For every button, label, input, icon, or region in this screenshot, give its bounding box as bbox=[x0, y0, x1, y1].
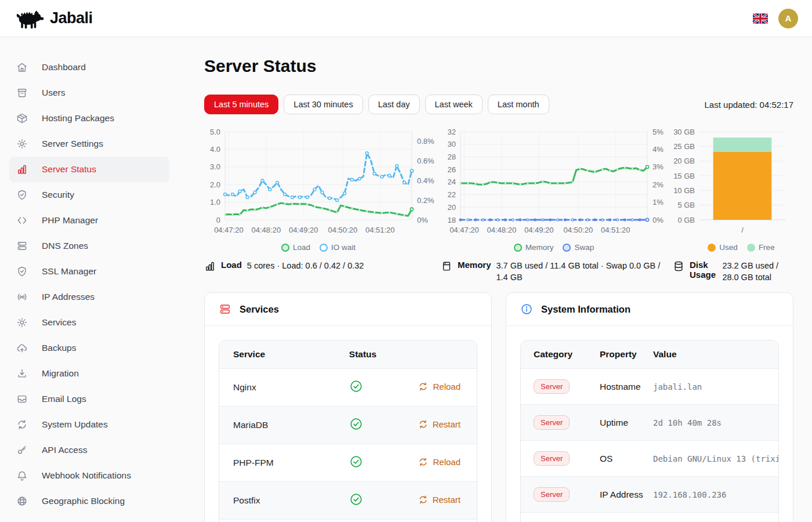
last-updated: Last updated: 04:52:17 bbox=[705, 100, 793, 110]
system-info-table: CategoryPropertyValueServerHostnamejabal… bbox=[521, 340, 778, 522]
filter-last-5-minutes[interactable]: Last 5 minutes bbox=[204, 95, 278, 114]
svg-text:04:48:20: 04:48:20 bbox=[487, 226, 517, 234]
disk-stat: Disk Usage23.2 GB used / 28.0 GB total bbox=[673, 260, 793, 283]
table-row: PostfixRestart bbox=[219, 482, 477, 520]
language-flag-icon[interactable] bbox=[753, 13, 768, 24]
filter-last-day[interactable]: Last day bbox=[368, 95, 420, 114]
sidebar-item-services[interactable]: Services bbox=[0, 310, 169, 335]
svg-text:0.2%: 0.2% bbox=[417, 196, 434, 205]
services-card-title: Services bbox=[240, 304, 279, 315]
gear-icon bbox=[16, 138, 28, 150]
svg-text:04:51:20: 04:51:20 bbox=[365, 226, 395, 234]
sidebar-item-ssl-manager[interactable]: SSL Manager bbox=[0, 259, 169, 284]
table-row: PHP-FPMReload bbox=[219, 444, 477, 482]
disk-chart: 30 GB25 GB20 GB15 GB10 GB5 GB0 GB/ bbox=[673, 124, 793, 240]
svg-text:20: 20 bbox=[448, 203, 456, 212]
sidebar-item-webhook-notifications[interactable]: Webhook Notifications bbox=[0, 463, 169, 488]
home-icon bbox=[16, 61, 28, 73]
reload-button[interactable]: Reload bbox=[418, 457, 461, 467]
system-card-title: System Information bbox=[541, 304, 630, 315]
table-header-row: CategoryPropertyValue bbox=[521, 340, 778, 369]
sidebar: DashboardUsersHosting PackagesServer Set… bbox=[0, 37, 176, 522]
services-table: ServiceStatusNginxReloadMariaDBRestartPH… bbox=[219, 340, 477, 522]
broadcast-icon bbox=[16, 291, 28, 303]
memory-chart-legend: MemorySwap bbox=[438, 243, 670, 252]
sidebar-item-system-updates[interactable]: System Updates bbox=[0, 412, 169, 437]
refresh-icon bbox=[418, 457, 428, 467]
sidebar-item-api-access[interactable]: API Access bbox=[0, 437, 169, 463]
sidebar-item-migration[interactable]: Migration bbox=[0, 361, 169, 386]
legend-item-swap: Swap bbox=[563, 243, 594, 252]
svg-text:20 GB: 20 GB bbox=[673, 157, 695, 165]
user-avatar[interactable]: A bbox=[778, 9, 798, 28]
sidebar-item-geographic-blocking[interactable]: Geographic Blocking bbox=[0, 488, 169, 514]
bell-icon bbox=[16, 470, 28, 481]
system-info-card: System Information CategoryPropertyValue… bbox=[506, 292, 793, 522]
sidebar-item-ip-addresses[interactable]: IP Addresses bbox=[0, 284, 169, 310]
refresh-icon bbox=[418, 382, 428, 392]
shield-icon bbox=[16, 189, 28, 201]
sidebar-item-security[interactable]: Security bbox=[0, 182, 169, 208]
load-stat: Load5 cores · Load: 0.6 / 0.42 / 0.32 bbox=[204, 260, 441, 272]
svg-text:04:50:20: 04:50:20 bbox=[328, 226, 358, 234]
package-icon bbox=[16, 113, 28, 124]
property-value: Debian GNU/Linux 13 (trixie) bbox=[653, 441, 778, 477]
reload-button[interactable]: Reload bbox=[418, 382, 461, 392]
svg-text:0%: 0% bbox=[652, 216, 664, 224]
legend-item-used: Used bbox=[708, 243, 738, 252]
sidebar-item-hosting-packages[interactable]: Hosting Packages bbox=[0, 106, 169, 131]
restart-button[interactable]: Restart bbox=[418, 495, 461, 505]
charts-row: 5.04.03.02.01.000.8%0.6%0.4%0.2%0%04:47:… bbox=[204, 124, 793, 283]
services-card: Services ServiceStatusNginxReloadMariaDB… bbox=[204, 292, 492, 522]
database-icon bbox=[673, 260, 684, 272]
sidebar-item-label: API Access bbox=[42, 445, 87, 455]
svg-text:04:51:20: 04:51:20 bbox=[601, 226, 630, 234]
filter-last-month[interactable]: Last month bbox=[488, 95, 549, 114]
sidebar-item-label: Email Logs bbox=[42, 394, 86, 404]
status-ok-icon bbox=[349, 379, 363, 393]
sidebar-item-dashboard[interactable]: Dashboard bbox=[0, 55, 169, 80]
sidebar-item-dns-zones[interactable]: DNS Zones bbox=[0, 233, 169, 259]
svg-text:5 GB: 5 GB bbox=[677, 201, 695, 209]
filter-last-30-minutes[interactable]: Last 30 minutes bbox=[284, 95, 362, 114]
svg-text:3.0: 3.0 bbox=[210, 162, 220, 171]
svg-text:22: 22 bbox=[448, 190, 456, 199]
category-badge: Server bbox=[534, 487, 570, 502]
property-name: OS bbox=[589, 441, 653, 477]
table-header-row: ServiceStatus bbox=[219, 340, 477, 369]
legend-item-io-wait: IO wait bbox=[320, 243, 356, 252]
column-header: Value bbox=[653, 340, 778, 369]
boar-logo-icon bbox=[14, 8, 44, 30]
stat-label: Memory bbox=[458, 260, 491, 270]
sidebar-item-label: PHP Manager bbox=[42, 215, 98, 226]
info-icon bbox=[520, 303, 533, 316]
property-value: 192.168.100.236 bbox=[653, 477, 778, 513]
column-header: Status bbox=[335, 340, 400, 369]
sidebar-item-backups[interactable]: Backups bbox=[0, 335, 169, 361]
category-badge: Server bbox=[534, 451, 570, 466]
svg-text:32: 32 bbox=[448, 128, 456, 136]
sidebar-item-server-status[interactable]: Server Status bbox=[9, 157, 169, 182]
brand-name: Jabali bbox=[50, 9, 93, 27]
table-row: ServerUptime2d 10h 40m 28s bbox=[521, 405, 778, 441]
svg-text:1%: 1% bbox=[652, 198, 664, 206]
stat-value: 5 cores · Load: 0.6 / 0.42 / 0.32 bbox=[247, 260, 364, 271]
stack-icon bbox=[16, 240, 28, 252]
restart-button[interactable]: Restart bbox=[418, 419, 461, 429]
sidebar-item-server-settings[interactable]: Server Settings bbox=[0, 131, 169, 157]
property-name: Hostname bbox=[589, 369, 653, 405]
table-row: MariaDBRestart bbox=[219, 407, 477, 444]
main-content: Server Status Last 5 minutesLast 30 minu… bbox=[176, 37, 812, 522]
sidebar-item-php-manager[interactable]: PHP Manager bbox=[0, 208, 169, 233]
filter-last-week[interactable]: Last week bbox=[425, 95, 483, 114]
bars-icon bbox=[204, 260, 216, 272]
sidebar-item-email-logs[interactable]: Email Logs bbox=[0, 386, 169, 412]
sidebar-item-users[interactable]: Users bbox=[0, 80, 169, 106]
service-status bbox=[335, 520, 400, 522]
stat-value: 23.2 GB used / 28.0 GB total bbox=[722, 260, 785, 283]
sidebar-item-label: Server Status bbox=[42, 164, 96, 175]
svg-text:0%: 0% bbox=[417, 216, 428, 224]
service-name: Dovecot bbox=[219, 520, 335, 522]
service-status bbox=[335, 369, 400, 407]
drive-icon bbox=[441, 260, 452, 272]
